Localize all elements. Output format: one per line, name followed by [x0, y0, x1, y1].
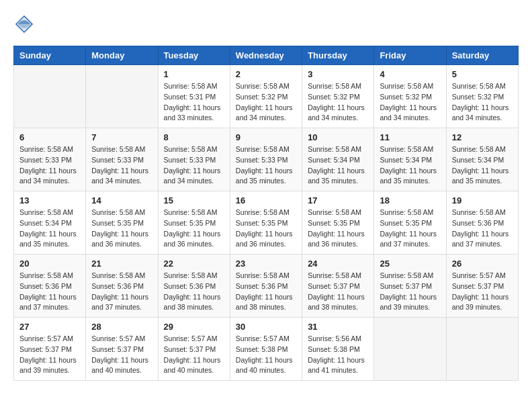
- day-number: 19: [452, 195, 513, 205]
- calendar-day-cell: 3Sunrise: 5:58 AM Sunset: 5:32 PM Daylig…: [302, 65, 374, 128]
- day-info: Sunrise: 5:58 AM Sunset: 5:37 PM Dayligh…: [308, 271, 368, 313]
- day-info: Sunrise: 5:58 AM Sunset: 5:35 PM Dayligh…: [308, 208, 368, 250]
- day-number: 25: [380, 259, 440, 269]
- calendar-day-cell: 12Sunrise: 5:58 AM Sunset: 5:34 PM Dayli…: [446, 128, 518, 191]
- calendar-day-cell: [14, 65, 86, 128]
- calendar-day-cell: 22Sunrise: 5:58 AM Sunset: 5:36 PM Dayli…: [158, 255, 230, 318]
- calendar-day-cell: 19Sunrise: 5:58 AM Sunset: 5:36 PM Dayli…: [446, 191, 518, 255]
- day-info: Sunrise: 5:58 AM Sunset: 5:31 PM Dayligh…: [164, 81, 224, 124]
- calendar-day-cell: 1Sunrise: 5:58 AM Sunset: 5:31 PM Daylig…: [158, 65, 230, 128]
- calendar-day-cell: 13Sunrise: 5:58 AM Sunset: 5:34 PM Dayli…: [14, 191, 86, 255]
- day-info: Sunrise: 5:58 AM Sunset: 5:35 PM Dayligh…: [380, 208, 440, 250]
- day-info: Sunrise: 5:58 AM Sunset: 5:32 PM Dayligh…: [308, 81, 368, 124]
- calendar-day-cell: 7Sunrise: 5:58 AM Sunset: 5:33 PM Daylig…: [86, 128, 158, 191]
- day-number: 17: [308, 195, 368, 205]
- calendar-day-cell: 20Sunrise: 5:58 AM Sunset: 5:36 PM Dayli…: [14, 255, 86, 318]
- day-number: 13: [19, 195, 80, 205]
- day-number: 21: [91, 259, 152, 269]
- day-number: 7: [91, 132, 152, 142]
- calendar-day-cell: [446, 318, 518, 381]
- calendar-day-cell: 17Sunrise: 5:58 AM Sunset: 5:35 PM Dayli…: [302, 191, 374, 255]
- calendar-day-cell: 21Sunrise: 5:58 AM Sunset: 5:36 PM Dayli…: [86, 255, 158, 318]
- calendar-weekday-header: Saturday: [446, 46, 518, 65]
- day-info: Sunrise: 5:58 AM Sunset: 5:33 PM Dayligh…: [236, 144, 296, 187]
- calendar-weekday-header: Tuesday: [158, 46, 230, 65]
- calendar-day-cell: 27Sunrise: 5:57 AM Sunset: 5:37 PM Dayli…: [14, 318, 86, 381]
- calendar-day-cell: 25Sunrise: 5:58 AM Sunset: 5:37 PM Dayli…: [374, 255, 446, 318]
- day-info: Sunrise: 5:58 AM Sunset: 5:32 PM Dayligh…: [452, 81, 513, 124]
- page-header: [13, 13, 519, 35]
- day-number: 2: [236, 69, 296, 79]
- day-number: 11: [380, 132, 440, 142]
- calendar-day-cell: 15Sunrise: 5:58 AM Sunset: 5:35 PM Dayli…: [158, 191, 230, 255]
- day-number: 27: [19, 322, 80, 332]
- day-number: 16: [236, 195, 296, 205]
- day-number: 29: [164, 322, 224, 332]
- day-info: Sunrise: 5:58 AM Sunset: 5:34 PM Dayligh…: [452, 144, 513, 187]
- day-number: 15: [164, 195, 224, 205]
- day-info: Sunrise: 5:58 AM Sunset: 5:32 PM Dayligh…: [380, 81, 440, 124]
- day-number: 12: [452, 132, 513, 142]
- day-info: Sunrise: 5:58 AM Sunset: 5:36 PM Dayligh…: [452, 208, 513, 250]
- calendar-week-row: 1Sunrise: 5:58 AM Sunset: 5:31 PM Daylig…: [14, 65, 519, 128]
- calendar-week-row: 13Sunrise: 5:58 AM Sunset: 5:34 PM Dayli…: [14, 191, 519, 255]
- calendar-weekday-header: Monday: [86, 46, 158, 65]
- calendar-day-cell: 8Sunrise: 5:58 AM Sunset: 5:33 PM Daylig…: [158, 128, 230, 191]
- day-info: Sunrise: 5:56 AM Sunset: 5:38 PM Dayligh…: [308, 334, 368, 376]
- calendar-day-cell: 24Sunrise: 5:58 AM Sunset: 5:37 PM Dayli…: [302, 255, 374, 318]
- day-number: 6: [19, 132, 80, 142]
- calendar-day-cell: 30Sunrise: 5:57 AM Sunset: 5:38 PM Dayli…: [230, 318, 302, 381]
- calendar-week-row: 6Sunrise: 5:58 AM Sunset: 5:33 PM Daylig…: [14, 128, 519, 191]
- calendar-day-cell: 4Sunrise: 5:58 AM Sunset: 5:32 PM Daylig…: [374, 65, 446, 128]
- day-info: Sunrise: 5:58 AM Sunset: 5:33 PM Dayligh…: [19, 144, 80, 187]
- day-number: 20: [19, 259, 80, 269]
- calendar-day-cell: 31Sunrise: 5:56 AM Sunset: 5:38 PM Dayli…: [302, 318, 374, 381]
- day-number: 4: [380, 69, 440, 79]
- day-number: 28: [91, 322, 152, 332]
- day-number: 3: [308, 69, 368, 79]
- calendar-day-cell: 2Sunrise: 5:58 AM Sunset: 5:32 PM Daylig…: [230, 65, 302, 128]
- calendar-day-cell: [86, 65, 158, 128]
- calendar-day-cell: 5Sunrise: 5:58 AM Sunset: 5:32 PM Daylig…: [446, 65, 518, 128]
- calendar-weekday-header: Thursday: [302, 46, 374, 65]
- day-number: 8: [164, 132, 224, 142]
- day-number: 5: [452, 69, 513, 79]
- day-info: Sunrise: 5:58 AM Sunset: 5:35 PM Dayligh…: [91, 208, 152, 250]
- day-number: 1: [164, 69, 224, 79]
- day-info: Sunrise: 5:58 AM Sunset: 5:32 PM Dayligh…: [236, 81, 296, 124]
- logo-icon: [13, 13, 35, 35]
- day-info: Sunrise: 5:58 AM Sunset: 5:36 PM Dayligh…: [91, 271, 152, 313]
- calendar-day-cell: 18Sunrise: 5:58 AM Sunset: 5:35 PM Dayli…: [374, 191, 446, 255]
- calendar-week-row: 20Sunrise: 5:58 AM Sunset: 5:36 PM Dayli…: [14, 255, 519, 318]
- day-info: Sunrise: 5:58 AM Sunset: 5:33 PM Dayligh…: [164, 144, 224, 187]
- calendar-day-cell: 14Sunrise: 5:58 AM Sunset: 5:35 PM Dayli…: [86, 191, 158, 255]
- day-number: 22: [164, 259, 224, 269]
- calendar-day-cell: 10Sunrise: 5:58 AM Sunset: 5:34 PM Dayli…: [302, 128, 374, 191]
- calendar-weekday-header: Friday: [374, 46, 446, 65]
- day-number: 24: [308, 259, 368, 269]
- logo: [13, 13, 38, 35]
- calendar-day-cell: 28Sunrise: 5:57 AM Sunset: 5:37 PM Dayli…: [86, 318, 158, 381]
- day-number: 31: [308, 322, 368, 332]
- day-info: Sunrise: 5:58 AM Sunset: 5:34 PM Dayligh…: [19, 208, 80, 250]
- day-number: 30: [236, 322, 296, 332]
- day-number: 26: [452, 259, 513, 269]
- day-info: Sunrise: 5:58 AM Sunset: 5:33 PM Dayligh…: [91, 144, 152, 187]
- day-info: Sunrise: 5:57 AM Sunset: 5:37 PM Dayligh…: [452, 271, 513, 313]
- day-info: Sunrise: 5:57 AM Sunset: 5:37 PM Dayligh…: [19, 334, 80, 376]
- day-info: Sunrise: 5:57 AM Sunset: 5:38 PM Dayligh…: [236, 334, 296, 376]
- calendar-day-cell: 9Sunrise: 5:58 AM Sunset: 5:33 PM Daylig…: [230, 128, 302, 191]
- calendar-day-cell: 29Sunrise: 5:57 AM Sunset: 5:37 PM Dayli…: [158, 318, 230, 381]
- calendar-weekday-header: Wednesday: [230, 46, 302, 65]
- calendar-table: SundayMondayTuesdayWednesdayThursdayFrid…: [13, 46, 519, 381]
- day-info: Sunrise: 5:58 AM Sunset: 5:35 PM Dayligh…: [236, 208, 296, 250]
- day-info: Sunrise: 5:58 AM Sunset: 5:36 PM Dayligh…: [19, 271, 80, 313]
- day-info: Sunrise: 5:58 AM Sunset: 5:34 PM Dayligh…: [380, 144, 440, 187]
- day-number: 14: [91, 195, 152, 205]
- calendar-day-cell: 6Sunrise: 5:58 AM Sunset: 5:33 PM Daylig…: [14, 128, 86, 191]
- day-info: Sunrise: 5:57 AM Sunset: 5:37 PM Dayligh…: [164, 334, 224, 376]
- day-info: Sunrise: 5:58 AM Sunset: 5:35 PM Dayligh…: [164, 208, 224, 250]
- day-info: Sunrise: 5:58 AM Sunset: 5:36 PM Dayligh…: [236, 271, 296, 313]
- day-info: Sunrise: 5:58 AM Sunset: 5:36 PM Dayligh…: [164, 271, 224, 313]
- calendar-weekday-header: Sunday: [14, 46, 86, 65]
